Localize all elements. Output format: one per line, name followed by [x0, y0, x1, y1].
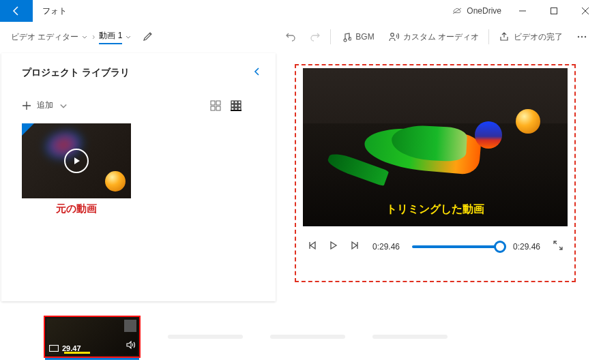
view-toggle: [210, 100, 241, 111]
svg-rect-15: [235, 104, 237, 107]
library-title: プロジェクト ライブラリ: [22, 67, 130, 79]
person-audio-icon: [388, 31, 399, 42]
music-icon: [340, 31, 351, 42]
maximize-button[interactable]: [538, 0, 570, 22]
titlebar: フォト OneDrive: [0, 0, 601, 22]
svg-rect-11: [231, 101, 234, 104]
svg-rect-19: [238, 108, 241, 110]
svg-rect-18: [235, 108, 237, 110]
playback-controls: 0:29.46 0:29.46: [303, 240, 568, 254]
preview-panel: トリミングした動画 0:29.46 0:29.46: [276, 52, 601, 303]
ellipsis-icon: [576, 31, 587, 42]
onedrive-icon: [452, 7, 463, 15]
library-clip-thumbnail[interactable]: [22, 123, 131, 198]
prev-frame-button[interactable]: [307, 241, 317, 253]
svg-rect-12: [235, 101, 237, 104]
svg-point-6: [585, 36, 586, 37]
export-icon: [499, 31, 510, 42]
onedrive-status[interactable]: OneDrive: [446, 0, 507, 22]
grid-large-view-button[interactable]: [210, 100, 221, 111]
svg-rect-7: [211, 101, 215, 105]
undo-icon: [285, 31, 296, 42]
grid-small-view-button[interactable]: [231, 100, 241, 111]
pencil-icon: [143, 31, 153, 42]
storyboard-placeholder: [270, 335, 345, 339]
chevron-down-icon: [59, 101, 68, 110]
toolbar: ビデオ エディター › 動画 1 BGM カスタム オーディオ ビデオの完了: [0, 22, 601, 52]
svg-rect-2: [551, 8, 557, 14]
storyboard: 29.47: [0, 303, 601, 364]
time-current: 0:29.46: [372, 242, 400, 252]
svg-rect-17: [231, 108, 234, 110]
clip-trim-indicator: [64, 352, 90, 354]
chevron-left-icon: [252, 67, 262, 76]
svg-rect-20: [50, 346, 59, 352]
chevron-down-icon: [125, 33, 132, 40]
svg-rect-13: [238, 101, 241, 104]
redo-button[interactable]: [303, 27, 327, 46]
more-button[interactable]: [570, 27, 594, 46]
toolbar-divider: [488, 29, 489, 44]
custom-audio-button[interactable]: カスタム オーディオ: [381, 27, 486, 47]
undo-button[interactable]: [278, 27, 303, 46]
toolbar-divider: [330, 29, 331, 44]
rename-button[interactable]: [143, 31, 153, 44]
clip-thumbnail-overlay: [124, 320, 136, 332]
bgm-button[interactable]: BGM: [334, 27, 381, 46]
svg-rect-8: [216, 101, 220, 105]
add-media-button[interactable]: 追加: [22, 100, 68, 111]
seek-slider[interactable]: [412, 245, 501, 248]
svg-rect-16: [238, 104, 241, 107]
clip-selection-indicator: [45, 358, 139, 360]
annotation-trimmed-label: トリミングした動画: [303, 202, 568, 217]
clip-audio-button[interactable]: [126, 340, 135, 352]
play-button[interactable]: [329, 241, 338, 253]
chevron-down-icon: [81, 33, 88, 40]
svg-rect-10: [216, 106, 220, 110]
svg-point-4: [578, 36, 579, 37]
fullscreen-button[interactable]: [553, 240, 563, 254]
collapse-library-button[interactable]: [252, 67, 262, 79]
time-total: 0:29.46: [513, 242, 540, 252]
duration-icon: [49, 345, 59, 352]
close-button[interactable]: [570, 0, 601, 22]
content-area: プロジェクト ライブラリ 追加 元の動画: [0, 52, 601, 303]
plus-icon: [22, 101, 31, 110]
storyboard-placeholder: [372, 335, 448, 339]
annotation-original-label: 元の動画: [22, 202, 131, 215]
app-title: フォト: [33, 0, 76, 22]
redo-icon: [310, 31, 321, 42]
next-frame-button[interactable]: [351, 241, 360, 253]
back-button[interactable]: [0, 0, 33, 22]
annotation-trimmed-outline: トリミングした動画 0:29.46 0:29.46: [295, 64, 576, 282]
preview-video[interactable]: トリミングした動画: [303, 68, 568, 226]
used-indicator-icon: [22, 123, 34, 136]
svg-rect-14: [231, 104, 234, 107]
minimize-button[interactable]: [507, 0, 538, 22]
onedrive-label: OneDrive: [467, 6, 501, 16]
finish-video-button[interactable]: ビデオの完了: [492, 27, 570, 47]
storyboard-clip[interactable]: 29.47: [44, 316, 141, 358]
svg-point-3: [390, 33, 394, 37]
project-library-panel: プロジェクト ライブラリ 追加 元の動画: [1, 53, 276, 301]
svg-point-5: [581, 36, 583, 37]
play-overlay-icon: [64, 149, 89, 173]
breadcrumb-current[interactable]: 動画 1: [95, 27, 136, 47]
breadcrumb-root[interactable]: ビデオ エディター: [7, 29, 92, 46]
seek-knob[interactable]: [494, 241, 506, 253]
svg-rect-9: [211, 106, 215, 110]
storyboard-placeholder: [168, 335, 243, 339]
